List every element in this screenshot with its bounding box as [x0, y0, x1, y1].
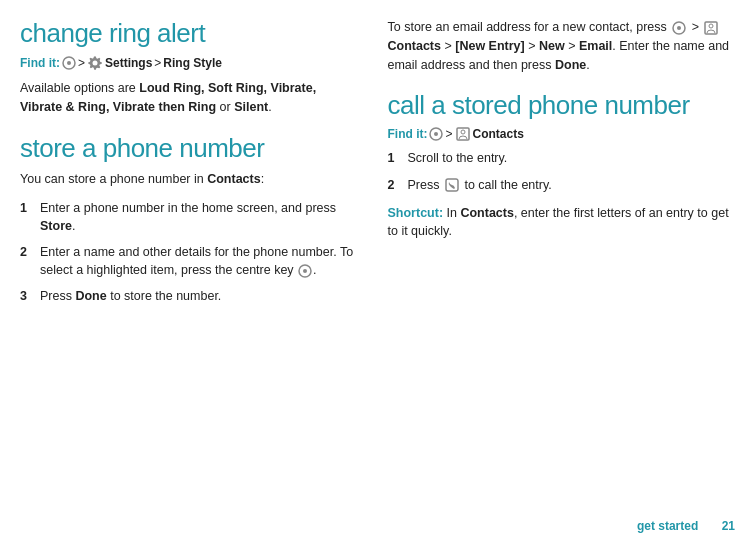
section-store-phone: store a phone number You can store a pho…	[20, 133, 358, 306]
svg-point-8	[709, 24, 713, 28]
contacts-icon-right	[704, 21, 718, 35]
page-container: change ring alert Find it: >	[0, 0, 755, 547]
section-title-store: store a phone number	[20, 133, 358, 164]
section-call-stored: call a stored phone number Find it: > Co…	[388, 90, 736, 241]
find-it-label-call: Find it:	[388, 127, 428, 141]
ring-alert-body: Available options are Loud Ring, Soft Ri…	[20, 79, 358, 117]
section-title-call: call a stored phone number	[388, 90, 736, 121]
svg-point-4	[303, 269, 307, 273]
find-it-ring: Find it: > Settings >	[20, 55, 358, 71]
ring-style-label: Ring Style	[163, 56, 222, 70]
svg-point-12	[461, 130, 465, 134]
contacts-label-call: Contacts	[473, 127, 524, 141]
section-change-ring: change ring alert Find it: >	[20, 18, 358, 117]
call-steps: 1 Scroll to the entry. 2 Press to call t…	[388, 149, 736, 193]
svg-point-2	[93, 61, 98, 66]
page-footer: get started 21	[637, 519, 735, 533]
find-it-label-ring: Find it:	[20, 56, 60, 70]
center-button-icon	[62, 56, 76, 70]
shortcut-text: Shortcut: In Contacts, enter the first l…	[388, 204, 736, 242]
center-button-icon-3	[429, 127, 443, 141]
svg-point-6	[677, 26, 681, 30]
list-item: 1 Enter a phone number in the home scree…	[20, 199, 358, 235]
list-item: 2 Press to call the entry.	[388, 176, 736, 194]
store-phone-intro: You can store a phone number in Contacts…	[20, 170, 358, 189]
list-item: 1 Scroll to the entry.	[388, 149, 736, 167]
settings-label: Settings	[105, 56, 152, 70]
svg-point-1	[67, 61, 71, 65]
email-intro: To store an email address for a new cont…	[388, 18, 736, 74]
store-phone-steps: 1 Enter a phone number in the home scree…	[20, 199, 358, 306]
right-column: To store an email address for a new cont…	[378, 18, 736, 529]
center-key-icon	[298, 264, 312, 278]
left-column: change ring alert Find it: >	[20, 18, 378, 529]
center-button-icon-2	[672, 21, 686, 35]
list-item: 3 Press Done to store the number.	[20, 287, 358, 305]
page-number: 21	[722, 519, 735, 533]
find-it-call: Find it: > Contacts	[388, 127, 736, 141]
list-item: 2 Enter a name and other details for the…	[20, 243, 358, 279]
footer-label: get started	[637, 519, 698, 533]
settings-icon	[87, 55, 103, 71]
contacts-icon-call	[456, 127, 470, 141]
svg-point-10	[434, 132, 438, 136]
call-button-icon	[445, 178, 459, 192]
section-title-ring: change ring alert	[20, 18, 358, 49]
